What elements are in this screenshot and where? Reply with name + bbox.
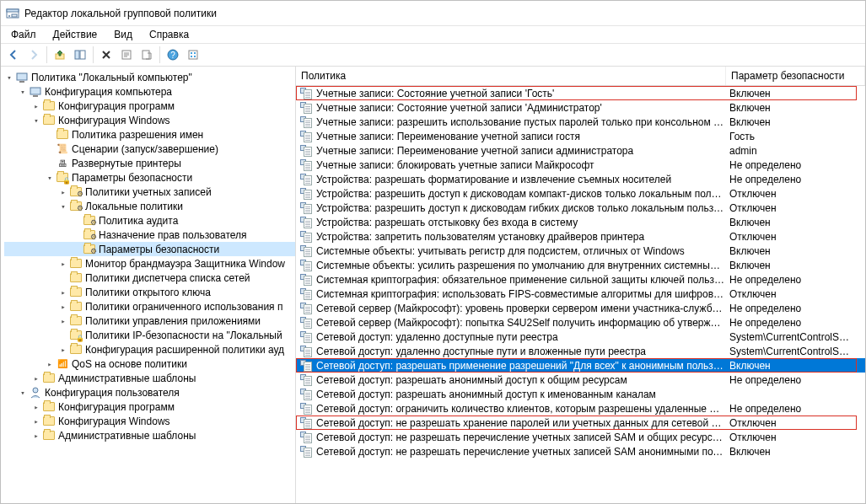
expand-icon[interactable]: ▸ xyxy=(58,346,68,354)
policy-row[interactable]: Системная криптография: обязательное при… xyxy=(296,272,865,287)
policy-row[interactable]: Сетевой доступ: разрешать анонимный дост… xyxy=(296,387,865,401)
policy-row[interactable]: Системная криптография: использовать FIP… xyxy=(296,287,865,301)
policy-value: Отключен xyxy=(724,202,865,214)
tree-item[interactable]: Параметры безопасности xyxy=(4,242,295,256)
tree-panel[interactable]: ▾Политика "Локальный компьютер"▾Конфигур… xyxy=(1,67,296,503)
tree-item[interactable]: Политика разрешения имен xyxy=(4,127,295,142)
tree-item-label: Политики диспетчера списка сетей xyxy=(85,272,250,284)
policy-row[interactable]: Сетевой сервер (Майкрософт): попытка S4U… xyxy=(296,315,865,330)
col-policy[interactable]: Политика xyxy=(296,67,726,85)
policy-row[interactable]: Учетные записи: блокировать учетные запи… xyxy=(296,158,865,172)
tree-item[interactable]: ▸Политики учетных записей xyxy=(4,185,295,199)
policy-row[interactable]: Сетевой доступ: не разрешать перечислени… xyxy=(296,430,865,444)
delete-button[interactable] xyxy=(97,46,116,64)
expand-icon[interactable]: ▸ xyxy=(31,102,41,110)
tree-item[interactable]: Политики IP-безопасности на "Локальный xyxy=(4,328,295,342)
tree-item-label: Политики IP-безопасности на "Локальный xyxy=(85,330,282,341)
expand-icon[interactable]: ▾ xyxy=(4,73,14,82)
help-button[interactable]: ? xyxy=(164,46,182,64)
policy-row[interactable]: Сетевой доступ: разрешать применение раз… xyxy=(296,358,865,373)
expand-icon[interactable]: ▾ xyxy=(18,389,28,397)
tree-item[interactable]: ▸Конфигурация программ xyxy=(4,399,295,414)
expand-icon[interactable]: ▸ xyxy=(58,317,68,325)
policy-row[interactable]: Сетевой доступ: не разрешать хранение па… xyxy=(296,416,865,430)
tree-item[interactable]: ▸Конфигурация расширенной политики ауд xyxy=(4,342,295,357)
tree-item[interactable]: ▾Параметры безопасности xyxy=(4,170,295,185)
expand-icon[interactable]: ▾ xyxy=(18,88,28,96)
tree-item[interactable]: ▸Политики открытого ключа xyxy=(4,285,295,299)
tree-item[interactable]: ▾Локальные политики xyxy=(4,199,295,213)
list-panel[interactable]: Политика Параметр безопасности Учетные з… xyxy=(296,67,865,503)
policy-row[interactable]: Системные объекты: усилить разрешения по… xyxy=(296,258,865,272)
up-button[interactable] xyxy=(51,46,69,64)
expand-icon[interactable]: ▸ xyxy=(31,432,41,440)
expand-icon[interactable]: ▸ xyxy=(31,403,41,411)
col-setting[interactable]: Параметр безопасности xyxy=(726,67,865,85)
menu-file[interactable]: Файл xyxy=(4,28,43,41)
tree-item[interactable]: ▸Конфигурация Windows xyxy=(4,414,295,428)
show-hide-tree-button[interactable] xyxy=(71,46,89,64)
menu-action[interactable]: Действие xyxy=(46,28,105,41)
policy-row[interactable]: Учетные записи: Переименование учетной з… xyxy=(296,143,865,158)
tree-item[interactable]: Политика аудита xyxy=(4,213,295,228)
forward-button[interactable] xyxy=(24,46,43,64)
policy-row[interactable]: Устройства: разрешать форматирование и и… xyxy=(296,172,865,186)
policy-value: System\CurrentControlS… xyxy=(724,331,865,343)
expand-icon[interactable]: ▸ xyxy=(31,374,41,383)
menu-help[interactable]: Справка xyxy=(143,28,196,41)
tree-item-label: Назначение прав пользователя xyxy=(99,229,247,241)
policy-icon xyxy=(298,116,315,128)
tree-item[interactable]: Назначение прав пользователя xyxy=(4,228,295,242)
policy-row[interactable]: Сетевой сервер (Майкрософт): уровень про… xyxy=(296,301,865,315)
tree-item[interactable]: ▾Конфигурация Windows xyxy=(4,113,295,127)
expand-icon[interactable]: ▸ xyxy=(58,288,68,297)
policy-icon xyxy=(298,174,315,185)
expand-icon[interactable]: ▸ xyxy=(58,303,68,311)
policy-row[interactable]: Устройства: запретить пользователям уста… xyxy=(296,229,865,244)
tree-item[interactable]: ▾Конфигурация компьютера xyxy=(4,84,295,99)
expand-icon[interactable]: ▸ xyxy=(31,417,41,426)
expand-icon[interactable]: ▸ xyxy=(58,260,68,268)
policy-row[interactable]: Учетные записи: разрешить использование … xyxy=(296,115,865,129)
tree-item[interactable]: 📜Сценарии (запуск/завершение) xyxy=(4,142,295,156)
policy-value: Отключен xyxy=(724,417,865,429)
policy-row[interactable]: Устройства: разрешить доступ к дисковода… xyxy=(296,186,865,201)
policy-row[interactable]: Системные объекты: учитывать регистр для… xyxy=(296,244,865,258)
tree-item[interactable]: Политики диспетчера списка сетей xyxy=(4,271,295,285)
tree-item[interactable]: ▸Административные шаблоны xyxy=(4,371,295,385)
policy-value: Не определено xyxy=(724,403,865,415)
back-button[interactable] xyxy=(4,46,23,64)
tree-item[interactable]: ▸Административные шаблоны xyxy=(4,428,295,442)
policy-row[interactable]: Учетные записи: Состояние учетной записи… xyxy=(296,86,865,100)
policy-row[interactable]: Устройства: разрешать отстыковку без вхо… xyxy=(296,215,865,229)
policy-row[interactable]: Сетевой доступ: ограничить количество кл… xyxy=(296,401,865,416)
policy-row[interactable]: Учетные записи: Состояние учетной записи… xyxy=(296,100,865,115)
tree-item[interactable]: ▾Конфигурация пользователя xyxy=(4,385,295,399)
policy-row[interactable]: Сетевой доступ: разрешать анонимный дост… xyxy=(296,373,865,387)
tree-item[interactable]: 🖶Развернутые принтеры xyxy=(4,156,295,170)
policy-icon xyxy=(298,274,315,286)
expand-icon[interactable]: ▸ xyxy=(45,360,55,368)
properties-button[interactable] xyxy=(117,46,136,64)
toolbar-sep xyxy=(93,46,94,63)
tree-item[interactable]: ▸📶QoS на основе политики xyxy=(4,357,295,371)
policy-row[interactable]: Устройства: разрешить доступ к дисковода… xyxy=(296,201,865,215)
tree-item[interactable]: ▸Политики ограниченного использования п xyxy=(4,299,295,314)
tree-item[interactable]: ▾Политика "Локальный компьютер" xyxy=(4,70,295,84)
menu-view[interactable]: Вид xyxy=(107,28,139,41)
policy-icon xyxy=(298,188,315,200)
expand-icon[interactable]: ▾ xyxy=(58,202,68,211)
tree-item[interactable]: ▸Политики управления приложениями xyxy=(4,314,295,328)
policy-row[interactable]: Сетевой доступ: удаленно доступные пути … xyxy=(296,330,865,344)
policy-name: Сетевой сервер (Майкрософт): уровень про… xyxy=(315,303,724,314)
expand-icon[interactable]: ▾ xyxy=(45,174,55,182)
policy-row[interactable]: Сетевой доступ: не разрешать перечислени… xyxy=(296,444,865,458)
policy-row[interactable]: Сетевой доступ: удаленно доступные пути … xyxy=(296,344,865,358)
tree-item[interactable]: ▸Конфигурация программ xyxy=(4,99,295,113)
policy-row[interactable]: Учетные записи: Переименование учетной з… xyxy=(296,129,865,143)
tree-item[interactable]: ▸Монитор брандмауэра Защитника Window xyxy=(4,256,295,271)
export-button[interactable] xyxy=(137,46,156,64)
expand-icon[interactable]: ▸ xyxy=(58,188,68,196)
expand-icon[interactable]: ▾ xyxy=(31,116,41,125)
filter-button[interactable] xyxy=(184,46,202,64)
